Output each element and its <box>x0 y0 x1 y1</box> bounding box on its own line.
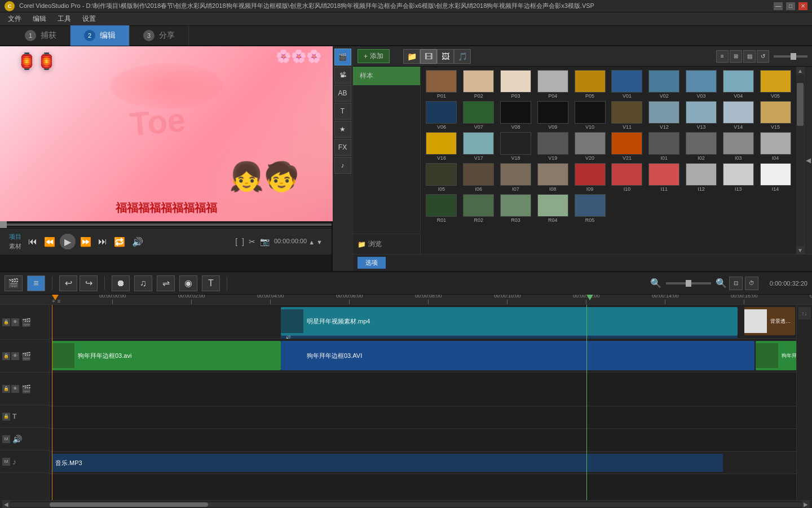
media-thumb-r03[interactable]: R03 <box>498 194 533 223</box>
media-thumb-v07[interactable]: V07 <box>461 101 496 130</box>
undo-button[interactable]: ↩ <box>59 275 77 291</box>
menu-file[interactable]: 文件 <box>2 13 27 25</box>
media-folder-btn[interactable]: 📁 <box>403 49 420 64</box>
media-thumb-v01[interactable]: V01 <box>610 70 645 99</box>
mode-project[interactable]: 项目 <box>9 232 21 242</box>
media-thumb-v17[interactable]: V17 <box>461 132 496 161</box>
media-thumb-i13[interactable]: I13 <box>721 163 756 192</box>
scroll-down-arrow[interactable]: ▼ <box>796 246 804 254</box>
track-vis-btn-v2[interactable]: 👁 <box>11 352 19 360</box>
media-photo-btn[interactable]: 🖼 <box>437 49 454 64</box>
media-thumb-i12[interactable]: I12 <box>684 163 719 192</box>
menu-tools[interactable]: 工具 <box>52 13 77 25</box>
scroll-thumb[interactable] <box>797 83 804 126</box>
maximize-button[interactable]: □ <box>786 2 795 10</box>
track-vis-btn-v1[interactable]: 👁 <box>11 318 19 326</box>
timeline-view-btn[interactable]: ≡ <box>27 275 45 291</box>
zoom-out-button[interactable]: 🔍 <box>650 278 661 288</box>
tool-audio-btn[interactable]: ♪ <box>334 157 351 174</box>
select-option-button[interactable]: 选项 <box>358 257 386 269</box>
track-mute-btn-a[interactable]: M <box>2 435 10 443</box>
media-grid-scrollbar[interactable]: ▲ ▼ <box>796 67 804 254</box>
add-media-button[interactable]: + 添加 <box>358 49 390 63</box>
scroll-right-arrow[interactable]: ▶ <box>802 501 810 509</box>
menu-settings[interactable]: 设置 <box>77 13 102 25</box>
view-grid-btn[interactable]: ⊞ <box>730 50 742 63</box>
expand-tracks-btn[interactable]: ↑↓ <box>798 307 811 319</box>
media-thumb-p05[interactable]: P05 <box>572 70 607 99</box>
clip-dog3[interactable]: 狗年拜 <box>756 341 796 370</box>
track-mute-btn-m[interactable]: M <box>2 458 10 466</box>
media-thumb-i02[interactable]: I02 <box>684 132 719 161</box>
media-thumb-v15[interactable]: V15 <box>758 101 793 130</box>
media-thumb-v13[interactable]: V13 <box>684 101 719 130</box>
media-thumb-r02[interactable]: R02 <box>461 194 496 223</box>
track-vis-btn-v3[interactable]: 👁 <box>11 385 19 393</box>
media-thumb-i11[interactable]: I11 <box>647 163 682 192</box>
volume-button[interactable]: 🔊 <box>130 235 145 248</box>
time-stepper-down[interactable]: ▼ <box>316 239 323 246</box>
clip-music[interactable]: 音乐.MP3 <box>52 454 723 472</box>
media-thumb-v12[interactable]: V12 <box>647 101 682 130</box>
media-thumb-v06[interactable]: V06 <box>424 101 459 130</box>
tool-media-btn[interactable]: 🎬 <box>334 49 351 65</box>
auto-motion-button[interactable]: ⇌ <box>157 275 175 291</box>
track-lock-btn-v2[interactable]: 🔒 <box>2 352 10 360</box>
tool-instant-project-btn[interactable]: 📽 <box>334 67 351 84</box>
time-stepper-up[interactable]: ▲ <box>308 239 315 246</box>
tab-capture[interactable]: 1 捕获 <box>11 25 70 46</box>
media-thumb-v05[interactable]: V05 <box>758 70 793 99</box>
scroll-track[interactable] <box>10 502 802 507</box>
zoom-thumb[interactable] <box>686 280 691 287</box>
media-collapse-button[interactable]: ◀ <box>804 67 812 254</box>
rewind-to-start-button[interactable]: ⏮ <box>26 235 39 248</box>
tool-fx-btn[interactable]: FX <box>334 139 351 156</box>
preview-timeline-bar[interactable] <box>0 221 332 228</box>
tool-transition-btn[interactable]: AB <box>334 85 351 102</box>
scroll-thumb[interactable] <box>50 502 208 507</box>
scroll-left-arrow[interactable]: ◀ <box>2 501 10 509</box>
media-video-btn[interactable]: 🎞 <box>420 49 437 64</box>
tool-graphics-btn[interactable]: ★ <box>334 121 351 138</box>
thumbnail-size-slider[interactable] <box>774 55 807 58</box>
track-lock-btn-v1[interactable]: 🔒 <box>2 318 10 326</box>
media-thumb-v09[interactable]: V09 <box>535 101 570 130</box>
minimize-button[interactable]: — <box>774 2 783 10</box>
mark-out-button[interactable]: ] <box>242 237 244 246</box>
media-thumb-v16[interactable]: V16 <box>424 132 459 161</box>
media-thumb-p03[interactable]: P03 <box>498 70 533 99</box>
media-thumb-r05[interactable]: R05 <box>572 194 607 223</box>
view-refresh-btn[interactable]: ↺ <box>757 50 769 63</box>
zoom-slider[interactable] <box>666 282 711 284</box>
media-thumb-v08[interactable]: V08 <box>498 101 533 130</box>
media-thumb-v19[interactable]: V19 <box>535 132 570 161</box>
play-button[interactable]: ▶ <box>60 234 76 249</box>
media-thumb-v11[interactable]: V11 <box>610 101 645 130</box>
media-thumb-r04[interactable]: R04 <box>535 194 570 223</box>
zoom-in-button[interactable]: 🔍 <box>716 278 727 288</box>
clip-dog2[interactable]: 狗年拜年边框03.AVI <box>281 341 754 370</box>
mode-clip[interactable]: 素材 <box>9 242 21 251</box>
media-thumb-v03[interactable]: V03 <box>684 70 719 99</box>
track-lock-btn-t[interactable]: 🔒 <box>2 413 10 421</box>
snapshot-button[interactable]: 📷 <box>260 237 270 246</box>
scroll-track[interactable] <box>796 75 804 246</box>
media-thumb-v02[interactable]: V02 <box>647 70 682 99</box>
step-forward-button[interactable]: ⏩ <box>78 235 94 248</box>
media-thumb-p02[interactable]: P02 <box>461 70 496 99</box>
media-thumb-r01[interactable]: R01 <box>424 194 459 223</box>
media-thumb-i14[interactable]: I14 <box>758 163 793 192</box>
clip-background-image[interactable]: 背景透明.jp <box>744 307 795 335</box>
mark-in-button[interactable]: [ <box>235 237 237 246</box>
media-thumb-i01[interactable]: I01 <box>647 132 682 161</box>
media-thumb-v04[interactable]: V04 <box>721 70 756 99</box>
close-button[interactable]: ✕ <box>798 2 807 10</box>
media-thumb-i05[interactable]: I05 <box>424 163 459 192</box>
timeline-clock-button[interactable]: ⏱ <box>745 277 758 290</box>
tab-edit[interactable]: 2 编辑 <box>70 25 130 46</box>
tab-share[interactable]: 3 分享 <box>130 25 189 46</box>
fit-to-window-button[interactable]: ⊡ <box>729 277 743 290</box>
video-filter-button[interactable]: ◉ <box>179 275 197 291</box>
view-sort-btn[interactable]: ≡ <box>716 50 729 63</box>
media-thumb-v18[interactable]: V18 <box>498 132 533 161</box>
